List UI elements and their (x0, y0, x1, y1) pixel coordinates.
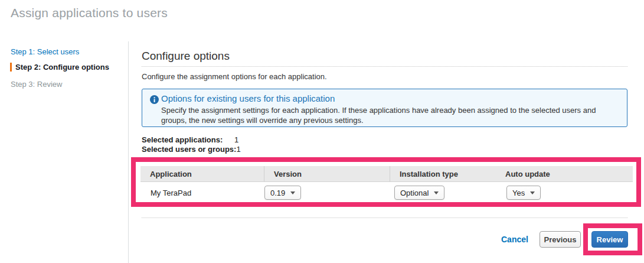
auto-update-dropdown-value: Yes (512, 189, 525, 197)
column-header-application: Application (140, 166, 264, 181)
chevron-down-icon (290, 191, 295, 194)
applications-table: Application Version Installation type Au… (140, 166, 633, 204)
cancel-link[interactable]: Cancel (501, 235, 528, 244)
chevron-down-icon (434, 191, 439, 194)
selection-summary: Selected applications:1 Selected users o… (142, 135, 241, 154)
sidebar-step-3-review: Step 3: Review (11, 80, 62, 89)
column-header-version: Version (264, 166, 390, 181)
section-description: Configure the assignment options for eac… (142, 72, 327, 81)
version-cell: 0.19 (264, 182, 390, 203)
sidebar-step-1-select-users[interactable]: Step 1: Select users (11, 47, 79, 56)
version-dropdown-value: 0.19 (270, 189, 285, 197)
column-header-auto-update: Auto update (496, 166, 633, 181)
auto-update-cell: Yes (496, 182, 633, 203)
sidebar-divider (128, 41, 129, 263)
summary-value: 1 (234, 135, 238, 144)
summary-label: Selected applications: (142, 135, 234, 145)
info-icon (150, 95, 159, 104)
info-box: Options for existing users for this appl… (142, 89, 627, 127)
assign-applications-page: Assign applications to users Step 1: Sel… (0, 0, 644, 263)
version-dropdown[interactable]: 0.19 (264, 186, 301, 200)
previous-button[interactable]: Previous (540, 231, 581, 248)
installation-type-dropdown[interactable]: Optional (394, 186, 444, 200)
info-box-title: Options for existing users for this appl… (161, 93, 335, 103)
section-heading: Configure options (142, 50, 230, 63)
application-name-cell: My TeraPad (140, 182, 264, 203)
page-title: Assign applications to users (11, 6, 168, 20)
installation-type-cell: Optional (390, 182, 496, 203)
column-header-installation-type: Installation type (390, 166, 496, 181)
heading-separator (142, 66, 627, 67)
chevron-down-icon (530, 191, 535, 194)
sidebar-step-2-configure-options[interactable]: Step 2: Configure options (10, 63, 109, 72)
installation-type-dropdown-value: Optional (400, 189, 429, 197)
review-button[interactable]: Review (591, 231, 628, 248)
table-header-row: Application Version Installation type Au… (140, 166, 633, 182)
summary-row-applications: Selected applications:1 (142, 135, 241, 145)
footer-separator (142, 217, 627, 218)
auto-update-dropdown[interactable]: Yes (506, 186, 541, 200)
summary-label: Selected users or groups: (142, 145, 236, 154)
summary-value: 1 (236, 145, 240, 154)
summary-row-users-groups: Selected users or groups:1 (142, 145, 241, 154)
table-row: My TeraPad 0.19 Optional Yes (140, 182, 633, 204)
info-box-body: Specify the assignment settings for each… (161, 105, 617, 125)
